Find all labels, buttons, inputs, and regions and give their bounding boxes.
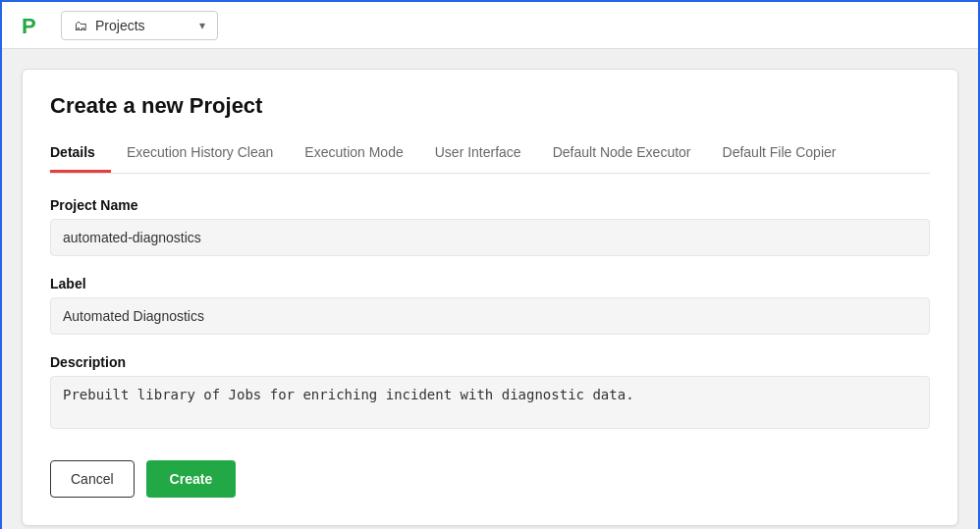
- project-name-label: Project Name: [50, 197, 930, 213]
- label-field-label: Label: [50, 276, 930, 291]
- tab-execution-mode[interactable]: Execution Mode: [289, 134, 418, 173]
- top-nav: P 🗂 Projects ▾: [2, 2, 978, 49]
- chevron-down-icon: ▾: [199, 19, 205, 32]
- projects-dropdown-icon: 🗂: [74, 18, 87, 33]
- label-input[interactable]: [50, 297, 930, 335]
- project-name-input[interactable]: [50, 219, 930, 256]
- main-content: Create a new Project Details Execution H…: [2, 49, 978, 529]
- create-button[interactable]: Create: [146, 460, 237, 498]
- description-label: Description: [50, 354, 930, 370]
- tab-default-node-executor[interactable]: Default Node Executor: [537, 134, 707, 173]
- app-wrapper: P 🗂 Projects ▾ Create a new Project Deta…: [0, 0, 980, 529]
- projects-dropdown[interactable]: 🗂 Projects ▾: [61, 11, 218, 40]
- label-field-group: Label: [50, 276, 930, 335]
- tabs-container: Details Execution History Clean Executio…: [50, 134, 930, 174]
- description-input[interactable]: Prebuilt library of Jobs for enriching i…: [50, 376, 930, 429]
- create-project-card: Create a new Project Details Execution H…: [22, 69, 958, 526]
- projects-dropdown-label: Projects: [95, 18, 191, 33]
- tab-default-file-copier[interactable]: Default File Copier: [707, 134, 852, 173]
- svg-text:P: P: [22, 14, 36, 38]
- tab-execution-history-clean[interactable]: Execution History Clean: [111, 134, 289, 173]
- cancel-button[interactable]: Cancel: [50, 460, 135, 498]
- tab-user-interface[interactable]: User Interface: [419, 134, 537, 173]
- button-row: Cancel Create: [50, 460, 930, 498]
- project-name-field-group: Project Name: [50, 197, 930, 256]
- app-logo: P: [18, 10, 49, 41]
- tab-details[interactable]: Details: [50, 134, 111, 173]
- page-title: Create a new Project: [50, 93, 930, 119]
- description-field-group: Description Prebuilt library of Jobs for…: [50, 354, 930, 433]
